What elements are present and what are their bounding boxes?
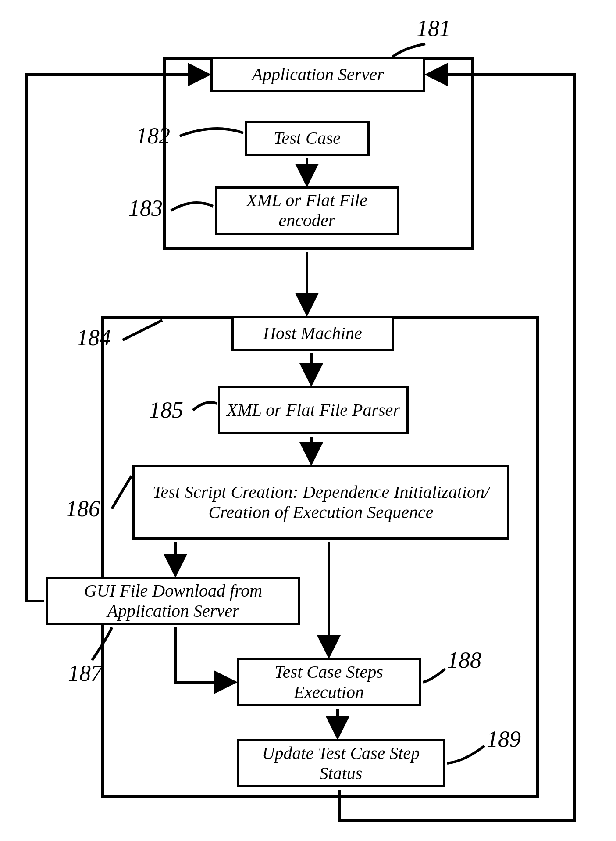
update-status-text: Update Test Case Step Status [242, 743, 439, 784]
label-182: 182 [136, 123, 170, 149]
parser-box: XML or Flat File Parser [218, 386, 409, 434]
label-187: 187 [68, 660, 102, 686]
application-server-text: Application Server [252, 64, 384, 85]
label-189: 189 [487, 726, 521, 752]
label-185: 185 [149, 397, 183, 423]
script-creation-box: Test Script Creation: Dependence Initial… [132, 465, 509, 540]
test-case-box: Test Case [245, 121, 370, 156]
label-184: 184 [77, 325, 111, 351]
label-186: 186 [66, 496, 100, 522]
encoder-box: XML or Flat File encoder [215, 186, 399, 235]
parser-text: XML or Flat File Parser [227, 400, 400, 420]
label-181: 181 [417, 15, 451, 41]
encoder-text: XML or Flat File encoder [221, 190, 393, 231]
test-case-text: Test Case [274, 128, 341, 148]
script-creation-text: Test Script Creation: Dependence Initial… [138, 482, 504, 522]
steps-exec-text: Test Case Steps Execution [242, 662, 415, 702]
application-server-box: Application Server [210, 57, 425, 92]
diagram-canvas: Application Server Test Case XML or Flat… [0, 0, 616, 841]
update-status-box: Update Test Case Step Status [237, 739, 445, 787]
gui-download-text: GUI File Download from Application Serve… [52, 581, 295, 621]
host-machine-text: Host Machine [263, 323, 362, 344]
label-188: 188 [447, 647, 481, 673]
label-183: 183 [128, 195, 163, 221]
gui-download-box: GUI File Download from Application Serve… [46, 577, 300, 625]
steps-exec-box: Test Case Steps Execution [237, 658, 421, 706]
host-machine-box: Host Machine [231, 316, 394, 351]
